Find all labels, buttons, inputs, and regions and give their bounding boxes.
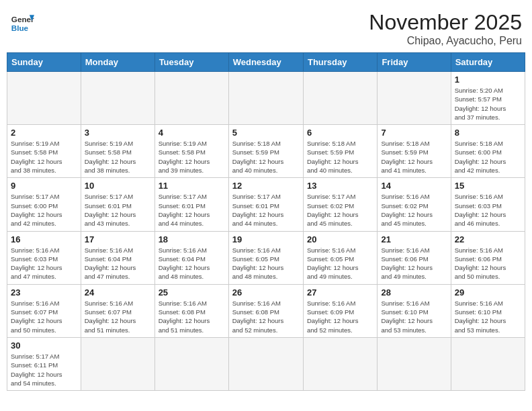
day-number: 6 [307,128,373,138]
calendar-cell-w3-d0: 16Sunrise: 5:16 AMSunset: 6:03 PMDayligh… [7,231,81,284]
day-info: Sunrise: 5:16 AMSunset: 6:07 PMDaylight:… [11,299,77,334]
day-number: 27 [307,287,373,298]
calendar-header-row: Sunday Monday Tuesday Wednesday Thursday… [7,53,525,72]
day-number: 18 [159,234,225,244]
calendar-month-title: November 2025 [369,10,522,35]
calendar-cell-w2-d1: 10Sunrise: 5:17 AMSunset: 6:01 PMDayligh… [81,178,154,231]
day-number: 20 [307,234,373,244]
col-wednesday: Wednesday [228,53,303,72]
day-info: Sunrise: 5:16 AMSunset: 6:10 PMDaylight:… [455,299,521,334]
day-info: Sunrise: 5:16 AMSunset: 6:02 PMDaylight:… [381,192,447,228]
calendar-cell-w0-d3 [228,72,303,125]
day-info: Sunrise: 5:16 AMSunset: 6:08 PMDaylight:… [159,299,225,334]
calendar-cell-w1-d4: 6Sunrise: 5:18 AMSunset: 5:59 PMDaylight… [303,125,377,178]
calendar-cell-w3-d6: 22Sunrise: 5:16 AMSunset: 6:06 PMDayligh… [451,231,525,284]
calendar-week-2: 9Sunrise: 5:17 AMSunset: 6:00 PMDaylight… [7,178,525,231]
day-number: 2 [11,128,77,138]
day-number: 3 [85,128,151,138]
day-info: Sunrise: 5:16 AMSunset: 6:04 PMDaylight:… [85,246,151,281]
day-info: Sunrise: 5:19 AMSunset: 5:58 PMDaylight:… [159,139,225,175]
day-info: Sunrise: 5:17 AMSunset: 6:11 PMDaylight:… [11,352,77,387]
calendar-cell-w0-d0 [7,72,81,125]
calendar-cell-w1-d1: 3Sunrise: 5:19 AMSunset: 5:58 PMDaylight… [81,125,154,178]
day-number: 26 [232,287,300,298]
day-number: 13 [307,181,373,191]
col-friday: Friday [378,53,451,72]
calendar-cell-w2-d5: 14Sunrise: 5:16 AMSunset: 6:02 PMDayligh… [378,178,451,231]
calendar-cell-w5-d6 [451,337,525,390]
calendar-cell-w1-d6: 8Sunrise: 5:18 AMSunset: 6:00 PMDaylight… [451,125,525,178]
calendar-cell-w2-d2: 11Sunrise: 5:17 AMSunset: 6:01 PMDayligh… [154,178,228,231]
day-info: Sunrise: 5:16 AMSunset: 6:03 PMDaylight:… [455,192,521,228]
calendar-cell-w0-d6: 1Sunrise: 5:20 AMSunset: 5:57 PMDaylight… [451,72,525,125]
day-info: Sunrise: 5:19 AMSunset: 5:58 PMDaylight:… [85,139,151,175]
day-number: 12 [232,181,300,191]
calendar-title-block: November 2025 Chipao, Ayacucho, Peru [369,10,522,47]
day-number: 16 [11,234,77,244]
calendar-cell-w0-d1 [81,72,154,125]
day-info: Sunrise: 5:18 AMSunset: 5:59 PMDaylight:… [307,139,373,175]
calendar-cell-w0-d4 [303,72,377,125]
day-number: 28 [381,287,447,298]
day-number: 10 [85,181,151,191]
calendar-cell-w5-d0: 30Sunrise: 5:17 AMSunset: 6:11 PMDayligh… [7,337,81,390]
day-number: 25 [159,287,225,298]
calendar-cell-w3-d3: 19Sunrise: 5:16 AMSunset: 6:05 PMDayligh… [228,231,303,284]
calendar-cell-w5-d2 [154,337,228,390]
day-info: Sunrise: 5:17 AMSunset: 6:01 PMDaylight:… [232,192,300,228]
calendar-cell-w5-d5 [378,337,451,390]
calendar-cell-w4-d0: 23Sunrise: 5:16 AMSunset: 6:07 PMDayligh… [7,284,81,337]
calendar-cell-w2-d0: 9Sunrise: 5:17 AMSunset: 6:00 PMDaylight… [7,178,81,231]
calendar-cell-w4-d3: 26Sunrise: 5:16 AMSunset: 6:08 PMDayligh… [228,284,303,337]
calendar-cell-w3-d2: 18Sunrise: 5:16 AMSunset: 6:04 PMDayligh… [154,231,228,284]
calendar-cell-w1-d5: 7Sunrise: 5:18 AMSunset: 5:59 PMDaylight… [378,125,451,178]
day-info: Sunrise: 5:16 AMSunset: 6:03 PMDaylight:… [11,246,77,281]
col-sunday: Sunday [7,53,81,72]
calendar-cell-w5-d3 [228,337,303,390]
day-number: 5 [232,128,300,138]
day-info: Sunrise: 5:16 AMSunset: 6:05 PMDaylight:… [232,246,300,281]
calendar-cell-w2-d3: 12Sunrise: 5:17 AMSunset: 6:01 PMDayligh… [228,178,303,231]
day-info: Sunrise: 5:17 AMSunset: 6:01 PMDaylight:… [85,192,151,228]
col-tuesday: Tuesday [154,53,228,72]
calendar-cell-w4-d1: 24Sunrise: 5:16 AMSunset: 6:07 PMDayligh… [81,284,154,337]
page-header: General Blue November 2025 Chipao, Ayacu… [7,7,525,47]
day-number: 22 [455,234,521,244]
calendar-week-5: 30Sunrise: 5:17 AMSunset: 6:11 PMDayligh… [7,337,525,390]
day-info: Sunrise: 5:16 AMSunset: 6:10 PMDaylight:… [381,299,447,334]
day-info: Sunrise: 5:17 AMSunset: 6:01 PMDaylight:… [159,192,225,228]
day-info: Sunrise: 5:17 AMSunset: 6:02 PMDaylight:… [307,192,373,228]
svg-text:Blue: Blue [11,24,29,32]
day-number: 15 [455,181,521,191]
calendar-cell-w0-d2 [154,72,228,125]
calendar-cell-w3-d1: 17Sunrise: 5:16 AMSunset: 6:04 PMDayligh… [81,231,154,284]
calendar-cell-w4-d4: 27Sunrise: 5:16 AMSunset: 6:09 PMDayligh… [303,284,377,337]
day-number: 7 [381,128,447,138]
day-number: 9 [11,181,77,191]
calendar-cell-w5-d1 [81,337,154,390]
day-info: Sunrise: 5:20 AMSunset: 5:57 PMDaylight:… [455,86,521,122]
day-info: Sunrise: 5:18 AMSunset: 5:59 PMDaylight:… [381,139,447,175]
calendar-cell-w2-d4: 13Sunrise: 5:17 AMSunset: 6:02 PMDayligh… [303,178,377,231]
calendar-cell-w1-d0: 2Sunrise: 5:19 AMSunset: 5:58 PMDaylight… [7,125,81,178]
day-info: Sunrise: 5:16 AMSunset: 6:07 PMDaylight:… [85,299,151,334]
calendar-week-4: 23Sunrise: 5:16 AMSunset: 6:07 PMDayligh… [7,284,525,337]
day-info: Sunrise: 5:17 AMSunset: 6:00 PMDaylight:… [11,192,77,228]
calendar-cell-w4-d2: 25Sunrise: 5:16 AMSunset: 6:08 PMDayligh… [154,284,228,337]
calendar-cell-w4-d5: 28Sunrise: 5:16 AMSunset: 6:10 PMDayligh… [378,284,451,337]
day-info: Sunrise: 5:16 AMSunset: 6:08 PMDaylight:… [232,299,300,334]
day-number: 21 [381,234,447,244]
day-number: 8 [455,128,521,138]
day-info: Sunrise: 5:19 AMSunset: 5:58 PMDaylight:… [11,139,77,175]
day-number: 23 [11,287,77,298]
day-number: 30 [11,340,77,351]
logo-icon: General Blue [10,10,34,34]
day-info: Sunrise: 5:16 AMSunset: 6:06 PMDaylight:… [381,246,447,281]
logo: General Blue [10,10,34,34]
day-info: Sunrise: 5:16 AMSunset: 6:04 PMDaylight:… [159,246,225,281]
calendar-cell-w5-d4 [303,337,377,390]
calendar-table: Sunday Monday Tuesday Wednesday Thursday… [7,52,525,391]
col-saturday: Saturday [451,53,525,72]
day-number: 24 [85,287,151,298]
calendar-cell-w3-d5: 21Sunrise: 5:16 AMSunset: 6:06 PMDayligh… [378,231,451,284]
